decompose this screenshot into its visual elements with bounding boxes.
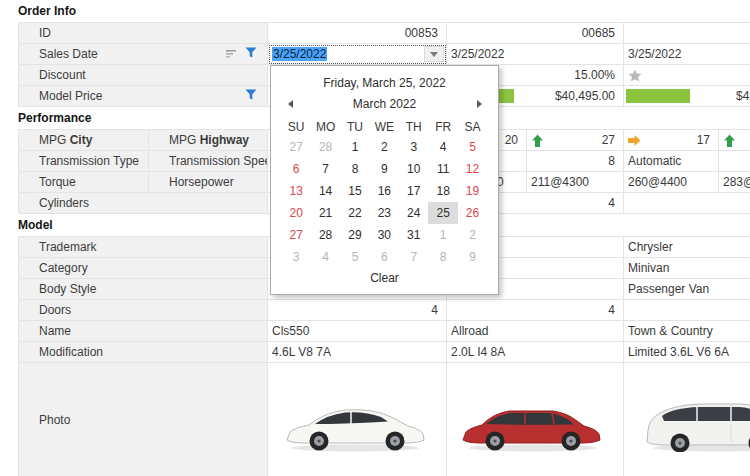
calendar-day[interactable]: 26 [458,202,487,224]
value-cell[interactable]: 3/25/2022 [447,44,624,65]
calendar-day[interactable]: 10 [399,158,428,180]
photo-cell[interactable] [447,363,624,476]
calendar-day[interactable]: 9 [370,158,399,180]
calendar-day[interactable]: 2 [458,224,487,246]
row-header-trademark[interactable]: Trademark [19,237,268,258]
calendar-day[interactable]: 11 [428,158,457,180]
next-month-button[interactable] [472,100,486,108]
row-header-model-price[interactable]: Model Price [19,86,268,107]
value-cell[interactable]: 4.6L V8 7A [268,342,447,363]
value-cell[interactable]: 211@4300 [527,172,624,193]
row-header-body-style[interactable]: Body Style [19,279,268,300]
row-header-id[interactable]: ID [19,23,268,44]
prev-month-button[interactable] [283,100,297,108]
calendar-day[interactable]: 8 [340,158,369,180]
value-cell[interactable]: 3/25/2022 [624,44,750,65]
row-header-cylinders[interactable]: Cylinders [19,193,268,214]
value-cell[interactable]: 283@6 [719,172,750,193]
calendar-day[interactable]: 14 [311,180,340,202]
calendar-day[interactable]: 31 [399,224,428,246]
calendar-day[interactable]: 5 [340,246,369,268]
value-cell[interactable]: 4 [268,300,447,321]
calendar-day[interactable]: 9 [458,246,487,268]
value-cell[interactable]: $42 [624,86,750,107]
calendar-day-selected[interactable]: 25 [428,202,457,224]
value-cell[interactable] [719,130,750,151]
calendar-day[interactable]: 16 [370,180,399,202]
calendar-day[interactable]: 24 [399,202,428,224]
value-cell[interactable]: 17 [624,130,719,151]
row-header-transmission-type[interactable]: Transmission Type [19,151,149,172]
value-cell[interactable]: Allroad [447,321,624,342]
calendar-day[interactable]: 3 [399,136,428,158]
value-cell[interactable]: 27 [527,130,624,151]
calendar-day[interactable]: 20 [282,202,311,224]
value-cell[interactable]: Minivan [624,258,750,279]
filter-icon-btn[interactable] [245,45,257,64]
value-cell[interactable]: 00685 [447,23,624,44]
value-cell[interactable]: Cls550 [268,321,447,342]
calendar-day[interactable]: 1 [428,224,457,246]
calendar-day[interactable]: 27 [282,224,311,246]
calendar-day[interactable]: 1 [340,136,369,158]
calendar-day[interactable]: 8 [428,246,457,268]
group-header-order-info[interactable]: Order Info [0,0,750,22]
value-cell[interactable]: 260@4400 [624,172,719,193]
calendar-day[interactable]: 28 [311,224,340,246]
calendar-day[interactable]: 2 [370,136,399,158]
value-cell[interactable]: 4 [447,300,624,321]
calendar-day[interactable]: 13 [282,180,311,202]
value-cell[interactable]: Limited 3.6L V6 6A [624,342,750,363]
calendar-day[interactable]: 4 [311,246,340,268]
row-header-torque[interactable]: Torque [19,172,149,193]
dropdown-button[interactable] [424,46,444,62]
calendar-day[interactable]: 29 [340,224,369,246]
row-header-modification[interactable]: Modification [19,342,268,363]
value-cell[interactable] [719,151,750,172]
row-header-mpg[interactable]: MPG Highway [149,130,268,151]
calendar-day[interactable]: 6 [282,158,311,180]
photo-cell[interactable] [268,363,447,476]
row-header-photo[interactable]: Photo [19,363,268,476]
value-cell[interactable] [624,300,750,321]
calendar-day[interactable]: 7 [399,246,428,268]
row-header-name[interactable]: Name [19,321,268,342]
date-editor-value[interactable]: 3/25/2022 [268,45,424,64]
value-cell[interactable] [624,23,750,44]
calendar-clear-button[interactable]: Clear [271,271,498,285]
row-header-transmission-speeds[interactable]: Transmission Speeds [149,151,268,172]
calendar-day[interactable]: 28 [311,136,340,158]
calendar-day[interactable]: 3 [282,246,311,268]
sales-date-editor[interactable]: 3/25/2022 [268,44,447,65]
row-header-mpg[interactable]: MPG City [19,130,149,151]
row-header-doors[interactable]: Doors [19,300,268,321]
value-cell[interactable] [624,65,750,86]
filter-icon-btn[interactable] [245,87,257,106]
calendar-day[interactable]: 5 [458,136,487,158]
calendar-day[interactable]: 23 [370,202,399,224]
calendar-day[interactable]: 6 [370,246,399,268]
calendar-day[interactable]: 21 [311,202,340,224]
calendar-day[interactable]: 18 [428,180,457,202]
calendar-day[interactable]: 30 [370,224,399,246]
value-cell[interactable]: Passenger Van [624,279,750,300]
row-header-discount[interactable]: Discount [19,65,268,86]
row-header-category[interactable]: Category [19,258,268,279]
calendar-day[interactable]: 17 [399,180,428,202]
row-header-horsepower[interactable]: Horsepower [149,172,268,193]
value-cell[interactable]: 2.0L I4 8A [447,342,624,363]
calendar-day[interactable]: 15 [340,180,369,202]
value-cell[interactable] [624,193,750,214]
calendar-day[interactable]: 19 [458,180,487,202]
value-cell[interactable]: Automatic [624,151,719,172]
calendar-day[interactable]: 7 [311,158,340,180]
calendar-day[interactable]: 22 [340,202,369,224]
calendar-day[interactable]: 12 [458,158,487,180]
calendar-day[interactable]: 27 [282,136,311,158]
value-cell[interactable]: 00853 [268,23,447,44]
value-cell[interactable]: 8 [527,151,624,172]
calendar-day[interactable]: 4 [428,136,457,158]
photo-cell[interactable] [624,363,750,476]
value-cell[interactable]: Town & Country [624,321,750,342]
value-cell[interactable]: Chrysler [624,237,750,258]
